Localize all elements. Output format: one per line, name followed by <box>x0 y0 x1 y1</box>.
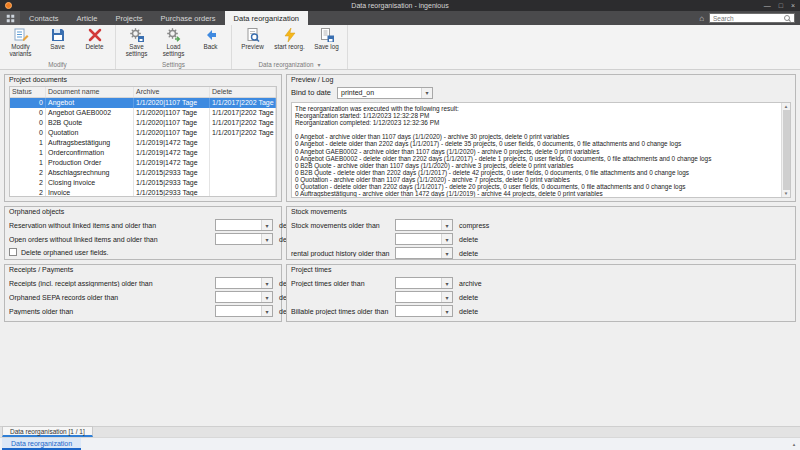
button-label: Load settings <box>156 44 191 58</box>
document-tab-bar: Data reorganization ▴ <box>0 437 800 450</box>
save-settings-button[interactable]: Save settings <box>119 26 154 59</box>
table-cell-name: Orderconfirmation <box>46 148 134 158</box>
collapse-icon[interactable]: ▴ <box>788 438 800 450</box>
chevron-down-icon[interactable]: ▾ <box>261 234 272 244</box>
table-cell-status: 0 <box>10 98 46 108</box>
window-tab[interactable]: Data reorganisation [1 / 1] <box>2 426 93 437</box>
table-row[interactable]: 2Invoice1/1/2015|2933 Tage <box>10 188 276 197</box>
date-combo[interactable]: ▾ <box>395 233 453 245</box>
field-row: Project times older than ▾ archive <box>291 276 791 290</box>
save-log-button[interactable]: Save log <box>309 26 344 52</box>
table-cell-delete: 1/1/2017|2202 Tage <box>210 128 276 138</box>
table-row[interactable]: 2Closing invoice1/1/2015|2933 Tage <box>10 178 276 188</box>
start-reorg-button[interactable]: start reorg. <box>272 26 307 52</box>
date-combo[interactable]: ▾ <box>395 277 453 289</box>
column-header-delete[interactable]: Delete <box>210 87 276 97</box>
chevron-down-icon[interactable]: ▾ <box>441 220 452 230</box>
field-label: Billable project times older than <box>291 308 395 315</box>
chevron-down-icon[interactable]: ▾ <box>441 278 452 288</box>
table-cell-delete <box>210 138 276 148</box>
save-icon <box>50 27 66 43</box>
scrollbar-thumb[interactable] <box>783 110 790 190</box>
chevron-down-icon[interactable]: ▾ <box>261 220 272 230</box>
app-menu-button[interactable] <box>0 11 20 25</box>
tab-purchase-orders[interactable]: Purchase orders <box>152 11 225 25</box>
window-controls: — □ × <box>764 0 795 11</box>
date-combo[interactable]: ▾ <box>395 291 453 303</box>
close-icon[interactable]: × <box>791 0 795 11</box>
column-header-document-name[interactable]: Document name <box>46 87 134 97</box>
table-row[interactable]: 0Angebot1/1/2020|1107 Tage1/1/2017|2202 … <box>10 98 276 108</box>
chevron-down-icon[interactable]: ▾ <box>421 88 432 98</box>
table-cell-status: 1 <box>10 158 46 168</box>
table-row[interactable]: 1Production Order1/1/2019|1472 Tage <box>10 158 276 168</box>
stock-movements-section: Stock movements Stock movements older th… <box>286 206 796 260</box>
minimize-icon[interactable]: — <box>764 0 771 11</box>
field-label: Reservation without linked items and old… <box>9 222 215 229</box>
chevron-down-icon[interactable]: ▾ <box>441 306 452 316</box>
table-row[interactable]: 0Angebot GAEB00021/1/2020|1107 Tage1/1/2… <box>10 108 276 118</box>
tab-projects[interactable]: Projects <box>106 11 151 25</box>
table-cell-delete: 1/1/2017|2202 Tage <box>210 98 276 108</box>
field-label: Project times older than <box>291 280 395 287</box>
table-row[interactable]: 0Quotation1/1/2020|1107 Tage1/1/2017|220… <box>10 128 276 138</box>
date-combo[interactable]: ▾ <box>395 219 453 231</box>
date-combo[interactable]: ▾ <box>395 247 453 259</box>
column-header-status[interactable]: Status <box>10 87 46 97</box>
ribbon-group-label: Modify <box>3 60 112 69</box>
search-icon[interactable] <box>784 15 791 22</box>
preview-button[interactable]: Preview <box>235 26 270 52</box>
search-input[interactable] <box>713 15 783 22</box>
chevron-down-icon[interactable]: ▾ <box>261 278 272 288</box>
load-settings-button[interactable]: Load settings <box>156 26 191 59</box>
date-combo[interactable]: ▾ <box>215 233 273 245</box>
chevron-down-icon[interactable]: ▾ <box>441 234 452 244</box>
table-row[interactable]: 0B2B Quote1/1/2020|1107 Tage1/1/2017|220… <box>10 118 276 128</box>
date-combo[interactable]: ▾ <box>395 305 453 317</box>
tab-data-reorganization[interactable]: Data reorganization <box>225 11 308 25</box>
chevron-down-icon[interactable]: ▾ <box>441 248 452 258</box>
group-dialog-launcher-icon[interactable]: ▾ <box>317 61 320 68</box>
table-row[interactable]: 2Abschlagsrechnung1/1/2015|2933 Tage <box>10 168 276 178</box>
log-line: 0 Angebot GAEB0002 - delete older than 2… <box>295 155 778 162</box>
table-cell-delete <box>210 148 276 158</box>
date-combo[interactable]: ▾ <box>215 305 273 317</box>
chevron-down-icon[interactable]: ▾ <box>261 292 272 302</box>
column-header-archive[interactable]: Archive <box>134 87 210 97</box>
project-times-section: Project times Project times older than ▾… <box>286 264 796 322</box>
tab-contacts[interactable]: Contacts <box>20 11 68 25</box>
document-tab-data-reorganization[interactable]: Data reorganization <box>2 438 81 450</box>
scroll-up-icon[interactable]: ▲ <box>784 104 788 109</box>
back-button[interactable]: Back <box>193 26 228 52</box>
delete-button[interactable]: Delete <box>77 26 112 52</box>
modify-variants-button[interactable]: Modify variants <box>3 26 38 59</box>
log-line: Reorganization completed: 1/12/2023 12:3… <box>295 119 778 126</box>
project-documents-section: Project documents Status Document name A… <box>4 74 282 202</box>
table-row[interactable]: 1Orderconfirmation1/1/2019|1472 Tage <box>10 148 276 158</box>
log-text[interactable]: The reorganization was executed with the… <box>292 103 781 197</box>
log-line: 0 Quotation - archive older than 1107 da… <box>295 176 778 183</box>
table-cell-delete <box>210 178 276 188</box>
log-scrollbar[interactable]: ▲ ▼ <box>781 103 790 197</box>
save-button[interactable]: Save <box>40 26 75 52</box>
bind-to-date-combo[interactable]: printed_on ▾ <box>337 87 433 99</box>
chevron-down-icon[interactable]: ▾ <box>261 306 272 316</box>
date-combo[interactable]: ▾ <box>215 219 273 231</box>
field-row: Stock movements older than ▾ compress <box>291 218 791 232</box>
chevron-down-icon[interactable]: ▾ <box>441 292 452 302</box>
section-title: Receipts / Payments <box>9 266 73 273</box>
delete-orphaned-user-fields-checkbox[interactable] <box>9 248 17 256</box>
scroll-down-icon[interactable]: ▼ <box>784 191 788 196</box>
table-cell-archive: 1/1/2015|2933 Tage <box>134 168 210 178</box>
date-combo[interactable]: ▾ <box>215 277 273 289</box>
home-icon[interactable]: ⌂ <box>699 14 704 23</box>
tabrow-right-area: ⌂ <box>699 11 800 25</box>
field-row: Payments older than ▾ delete <box>9 304 277 318</box>
maximize-icon[interactable]: □ <box>779 0 783 11</box>
window-tab-bar: Data reorganisation [1 / 1] <box>0 426 800 437</box>
table-row[interactable]: 1Auftragsbestätigung1/1/2019|1472 Tage <box>10 138 276 148</box>
search-box[interactable] <box>709 13 795 23</box>
tab-article[interactable]: Article <box>68 11 107 25</box>
project-documents-table-body: 0Angebot1/1/2020|1107 Tage1/1/2017|2202 … <box>10 98 276 197</box>
date-combo[interactable]: ▾ <box>215 291 273 303</box>
